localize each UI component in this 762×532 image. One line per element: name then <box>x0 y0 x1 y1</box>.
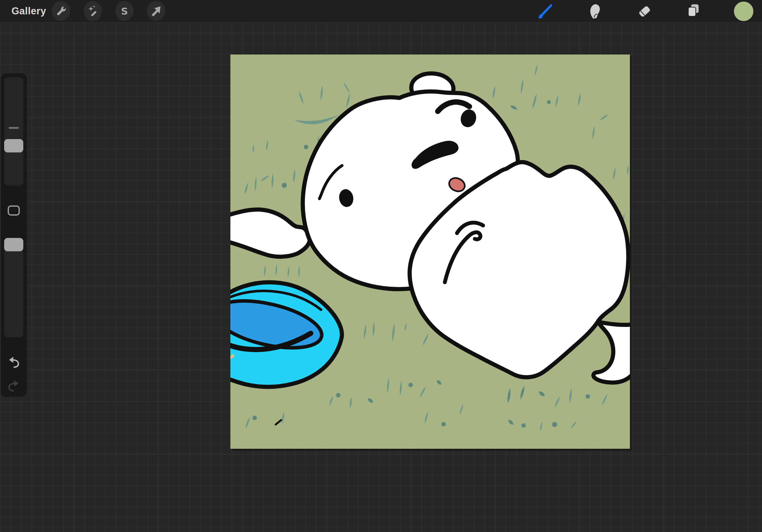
wrench-icon <box>54 4 68 19</box>
stray-mark <box>276 420 281 425</box>
redo-button[interactable] <box>6 377 21 392</box>
grass-tuft <box>422 333 429 346</box>
layers-icon <box>685 3 703 20</box>
grass-tuft <box>612 167 617 180</box>
grass-dot <box>409 383 413 387</box>
grass-tuft <box>260 174 270 182</box>
brush-size-slider[interactable] <box>4 77 23 186</box>
grass-tuft <box>459 403 464 415</box>
grass-tuft <box>252 145 255 153</box>
grass-dot <box>441 422 446 427</box>
grass-tuft <box>287 266 290 278</box>
grass-dot <box>253 416 257 420</box>
selection-button[interactable]: S <box>115 1 134 21</box>
actions-button[interactable] <box>52 1 70 21</box>
grass-tuft <box>531 93 538 110</box>
brush-icon <box>537 3 554 20</box>
grass-dot <box>282 183 287 188</box>
grass-tuft <box>391 323 395 342</box>
grass-dot <box>585 394 590 399</box>
brush-size-handle[interactable] <box>4 139 23 153</box>
drawing-canvas[interactable] <box>230 54 630 449</box>
magic-wand-icon <box>86 4 100 19</box>
gallery-button[interactable]: Gallery <box>12 0 46 22</box>
slider-sidebar <box>1 73 27 397</box>
grass-tuft <box>363 324 367 339</box>
grass-tuft <box>509 104 518 111</box>
dog-hind-leg <box>593 322 630 382</box>
erase-tool-button[interactable] <box>635 2 654 21</box>
grass-tuft <box>244 182 249 195</box>
adjustments-button[interactable] <box>84 1 102 21</box>
redo-icon <box>7 378 21 392</box>
smudge-tool-button[interactable] <box>586 2 604 21</box>
smudge-icon <box>586 3 604 20</box>
grass-tuft <box>293 169 296 183</box>
grass-tuft <box>328 395 334 406</box>
transform-arrow-icon <box>149 4 163 19</box>
grass-tuft <box>577 93 581 106</box>
grass-tuft <box>349 397 352 409</box>
grass-tuft <box>264 265 266 277</box>
gallery-label: Gallery <box>12 5 46 17</box>
grass-tuft <box>372 322 375 337</box>
procreate-app: Gallery S <box>0 0 762 532</box>
grass-tuft <box>320 86 324 101</box>
grass-dot <box>547 100 551 104</box>
grass-dot <box>552 422 557 427</box>
dog-ear-on-grass <box>230 210 310 257</box>
grass-tuft <box>345 93 351 108</box>
eraser-icon <box>636 3 653 20</box>
tongue <box>449 178 465 191</box>
grass-tuft <box>404 323 407 331</box>
grass-tuft <box>266 140 269 151</box>
size-memory-tick <box>9 127 19 129</box>
grass-dot <box>521 423 526 428</box>
grass-tuft <box>298 91 304 104</box>
grass-tuft <box>244 417 251 429</box>
grass-tuft <box>419 386 426 398</box>
svg-text:S: S <box>121 5 128 17</box>
grass-tuft <box>275 264 277 276</box>
grass-tuft <box>281 412 285 424</box>
artwork-puppy-on-grass <box>230 54 630 449</box>
grass-tuft <box>540 422 543 432</box>
grass-tuft <box>367 397 374 404</box>
grass-tuft <box>554 396 561 409</box>
modify-button[interactable] <box>8 205 20 216</box>
undo-icon <box>7 354 21 368</box>
grass-tuft <box>399 380 402 396</box>
color-swatch[interactable] <box>734 2 753 21</box>
grass-tuft <box>520 79 524 94</box>
grass-tuft <box>424 411 429 424</box>
grass-tuft <box>298 266 300 277</box>
grass-dot <box>336 393 341 397</box>
opacity-handle[interactable] <box>4 238 23 251</box>
grass-tuft <box>507 419 515 426</box>
grass-tuft <box>386 378 390 393</box>
grass-tuft <box>570 421 577 429</box>
grass-tuft <box>343 81 350 93</box>
grass-tuft <box>538 390 546 398</box>
grass-tuft <box>568 388 573 404</box>
paint-tool-button[interactable] <box>536 2 555 21</box>
layers-button[interactable] <box>685 2 703 21</box>
grass-tuft <box>555 95 559 108</box>
grass-tuft <box>599 113 609 121</box>
grass-dot <box>304 145 308 149</box>
grass-tuft <box>627 165 629 175</box>
grass-tuft <box>534 64 538 76</box>
top-toolbar: Gallery S <box>0 0 762 22</box>
selection-s-icon: S <box>117 4 132 19</box>
grass-tuft <box>492 86 496 99</box>
grass-tuft <box>507 388 511 404</box>
opacity-slider[interactable] <box>4 238 23 337</box>
grass-tuft <box>271 173 274 189</box>
grass-tuft <box>435 379 442 386</box>
grass-tuft <box>592 126 595 139</box>
grass-tuft <box>254 176 257 192</box>
undo-button[interactable] <box>6 353 21 369</box>
grass-tuft <box>519 386 525 400</box>
transform-button[interactable] <box>147 1 165 21</box>
grass-tuft <box>601 394 608 406</box>
